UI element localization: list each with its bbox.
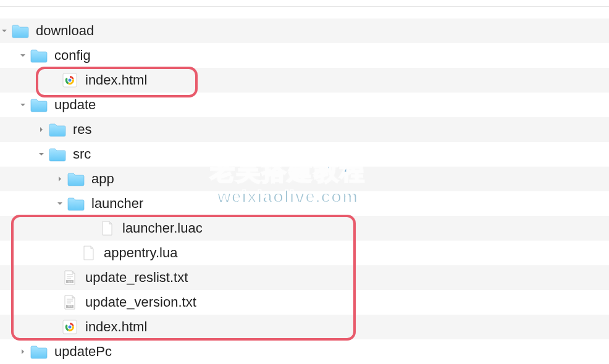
tree-row[interactable]: TXTupdate_version.txt <box>0 290 609 315</box>
tree-item-label: app <box>91 171 114 187</box>
tree-row[interactable]: launcher.luac <box>0 216 609 241</box>
tree-item-label: update_reslist.txt <box>85 270 188 286</box>
tree-row[interactable]: config <box>0 43 609 68</box>
disclosure-placeholder <box>49 273 58 282</box>
tree-row[interactable]: download <box>0 19 609 43</box>
tree-item-label: launcher <box>91 196 143 212</box>
folder-icon <box>48 145 67 163</box>
folder-icon <box>30 342 48 361</box>
tree-item-label: download <box>36 23 94 39</box>
folder-icon <box>67 194 85 213</box>
file-icon <box>98 219 116 238</box>
tree-row[interactable]: TXTupdate_reslist.txt <box>0 265 609 290</box>
svg-text:TXT: TXT <box>67 280 72 283</box>
chevron-down-icon[interactable] <box>56 199 64 208</box>
tree-item-label: appentry.lua <box>104 245 177 261</box>
file-tree: downloadconfigindex.htmlupdateressrcappl… <box>0 0 609 364</box>
tree-row[interactable]: appentry.lua <box>0 241 609 265</box>
chrome-file-icon <box>61 71 79 89</box>
tree-item-label: src <box>73 146 91 162</box>
tree-item-label: res <box>73 122 92 138</box>
folder-icon <box>67 170 85 188</box>
folder-icon <box>30 96 48 114</box>
tree-row[interactable]: launcher <box>0 191 609 216</box>
tree-item-label: index.html <box>85 319 147 335</box>
chevron-right-icon[interactable] <box>56 175 64 183</box>
tree-item-label: launcher.luac <box>122 220 203 236</box>
tree-item-label: updatePc <box>54 344 112 360</box>
txt-file-icon: TXT <box>61 293 79 312</box>
chevron-down-icon[interactable] <box>19 51 27 60</box>
chevron-right-icon[interactable] <box>19 347 27 356</box>
tree-row[interactable]: index.html <box>0 68 609 93</box>
tree-row[interactable]: update <box>0 93 609 117</box>
disclosure-placeholder <box>86 224 95 233</box>
txt-file-icon: TXT <box>61 268 79 287</box>
folder-icon <box>48 120 67 139</box>
tree-row[interactable]: index.html <box>0 315 609 339</box>
chevron-down-icon[interactable] <box>19 101 27 109</box>
tree-item-label: index.html <box>85 72 147 88</box>
file-icon <box>79 244 98 262</box>
chevron-down-icon[interactable] <box>37 150 46 159</box>
tree-item-label: update <box>54 97 96 113</box>
tree-row[interactable]: src <box>0 142 609 167</box>
chrome-file-icon <box>61 318 79 336</box>
tree-row[interactable]: res <box>0 117 609 142</box>
svg-text:TXT: TXT <box>67 305 72 308</box>
tree-row[interactable]: updatePc <box>0 339 609 364</box>
folder-icon <box>30 46 48 65</box>
folder-icon <box>11 22 30 40</box>
tree-item-label: config <box>54 48 91 64</box>
disclosure-placeholder <box>68 249 77 257</box>
disclosure-placeholder <box>49 323 58 331</box>
divider <box>0 6 609 7</box>
chevron-right-icon[interactable] <box>37 125 46 134</box>
tree-row[interactable]: app <box>0 167 609 191</box>
disclosure-placeholder <box>49 76 58 85</box>
chevron-down-icon[interactable] <box>0 27 9 35</box>
tree-item-label: update_version.txt <box>85 294 196 310</box>
disclosure-placeholder <box>49 298 58 307</box>
